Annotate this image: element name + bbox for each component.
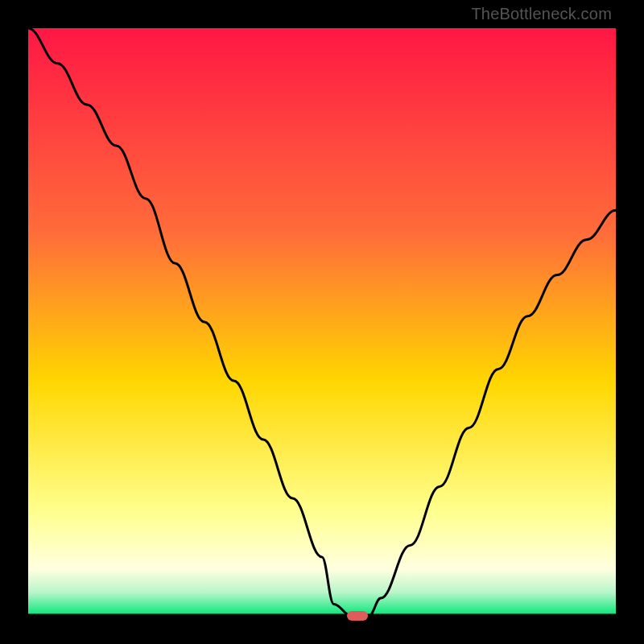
chart-area xyxy=(28,28,616,616)
heat-background xyxy=(28,28,616,616)
watermark-text: TheBottleneck.com xyxy=(471,5,612,23)
chart-svg xyxy=(28,28,616,616)
minimum-marker xyxy=(347,611,368,621)
